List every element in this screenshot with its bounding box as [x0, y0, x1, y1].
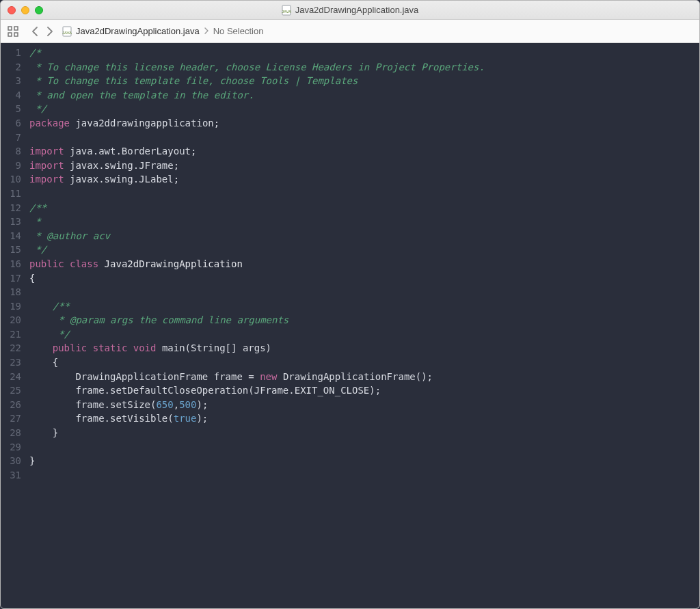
breadcrumb-file[interactable]: Java2dDrawingApplication.java: [76, 26, 200, 36]
line-number: 27: [1, 411, 21, 426]
code-line[interactable]: [29, 131, 699, 145]
window-title: Java2dDrawingApplication.java: [295, 5, 419, 15]
line-number: 8: [1, 144, 21, 159]
line-number: 1: [1, 46, 21, 60]
code-line[interactable]: *: [29, 215, 699, 229]
code-line[interactable]: import javax.swing.JLabel;: [29, 172, 699, 187]
line-number: 31: [1, 468, 21, 483]
svg-text:JAVA: JAVA: [282, 10, 291, 14]
line-number: 18: [1, 285, 21, 299]
svg-rect-3: [14, 27, 18, 30]
line-number: 7: [1, 131, 21, 145]
titlebar: JAVA Java2dDrawingApplication.java: [1, 1, 699, 20]
line-number-gutter: 1234567891011121314151617181920212223242…: [1, 43, 27, 608]
minimize-button[interactable]: [21, 6, 29, 14]
line-number: 25: [1, 383, 21, 398]
line-number: 28: [1, 426, 21, 440]
code-line[interactable]: frame.setDefaultCloseOperation(JFrame.EX…: [29, 383, 699, 398]
svg-rect-5: [14, 33, 18, 36]
line-number: 23: [1, 355, 21, 370]
line-number: 24: [1, 370, 21, 384]
line-number: 2: [1, 60, 21, 75]
related-items-icon[interactable]: [6, 25, 20, 38]
code-line[interactable]: frame.setSize(650,500);: [29, 398, 699, 412]
java-file-icon: JAVA: [282, 5, 291, 16]
code-line[interactable]: import javax.swing.JFrame;: [29, 159, 699, 173]
line-number: 6: [1, 116, 21, 131]
code-line[interactable]: * To change this license header, choose …: [29, 60, 699, 75]
line-number: 10: [1, 172, 21, 187]
editor-window: JAVA Java2dDrawingApplication.java: [0, 0, 700, 609]
code-line[interactable]: package java2ddrawingapplication;: [29, 116, 699, 131]
code-line[interactable]: */: [29, 243, 699, 257]
line-number: 21: [1, 327, 21, 342]
forward-button[interactable]: [43, 25, 57, 38]
line-number: 29: [1, 440, 21, 455]
code-line[interactable]: [29, 440, 699, 455]
line-number: 26: [1, 398, 21, 412]
code-line[interactable]: }: [29, 426, 699, 440]
line-number: 4: [1, 88, 21, 103]
line-number: 13: [1, 215, 21, 229]
code-line[interactable]: /**: [29, 201, 699, 215]
code-line[interactable]: public class Java2dDrawingApplication: [29, 257, 699, 271]
line-number: 3: [1, 74, 21, 88]
code-line[interactable]: */: [29, 327, 699, 342]
line-number: 9: [1, 159, 21, 173]
line-number: 5: [1, 102, 21, 116]
line-number: 17: [1, 271, 21, 286]
line-number: 14: [1, 229, 21, 243]
code-line[interactable]: * and open the template in the editor.: [29, 88, 699, 103]
svg-text:JAVA: JAVA: [62, 31, 72, 35]
code-line[interactable]: */: [29, 102, 699, 116]
code-line[interactable]: {: [29, 355, 699, 370]
line-number: 16: [1, 257, 21, 271]
code-line[interactable]: /**: [29, 299, 699, 314]
line-number: 11: [1, 187, 21, 201]
chevron-right-icon: [204, 26, 209, 36]
code-line[interactable]: [29, 187, 699, 201]
window-title-area: JAVA Java2dDrawingApplication.java: [1, 5, 699, 16]
svg-rect-4: [8, 33, 12, 36]
code-line[interactable]: frame.setVisible(true);: [29, 411, 699, 426]
code-line[interactable]: import java.awt.BorderLayout;: [29, 144, 699, 159]
line-number: 20: [1, 313, 21, 327]
line-number: 19: [1, 299, 21, 314]
code-line[interactable]: DrawingApplicationFrame frame = new Draw…: [29, 370, 699, 384]
code-line[interactable]: * To change this template file, choose T…: [29, 74, 699, 88]
back-button[interactable]: [28, 25, 42, 38]
code-editor[interactable]: 1234567891011121314151617181920212223242…: [1, 43, 699, 608]
code-line[interactable]: [29, 468, 699, 483]
zoom-button[interactable]: [35, 6, 43, 14]
line-number: 22: [1, 341, 21, 355]
code-line[interactable]: public static void main(String[] args): [29, 341, 699, 355]
line-number: 12: [1, 201, 21, 215]
line-number: 30: [1, 454, 21, 468]
svg-rect-2: [8, 27, 12, 30]
code-area[interactable]: /* * To change this license header, choo…: [27, 43, 699, 608]
traffic-lights: [8, 6, 43, 14]
code-line[interactable]: * @param args the command line arguments: [29, 313, 699, 327]
code-line[interactable]: * @author acv: [29, 229, 699, 243]
code-line[interactable]: {: [29, 271, 699, 286]
breadcrumb-selection[interactable]: No Selection: [213, 26, 264, 36]
code-line[interactable]: /*: [29, 46, 699, 60]
code-line[interactable]: [29, 285, 699, 299]
java-file-icon: JAVA: [62, 26, 72, 37]
close-button[interactable]: [8, 6, 16, 14]
toolbar: JAVA Java2dDrawingApplication.java No Se…: [1, 20, 699, 43]
line-number: 15: [1, 243, 21, 257]
code-line[interactable]: }: [29, 454, 699, 468]
breadcrumb: JAVA Java2dDrawingApplication.java No Se…: [62, 26, 263, 37]
